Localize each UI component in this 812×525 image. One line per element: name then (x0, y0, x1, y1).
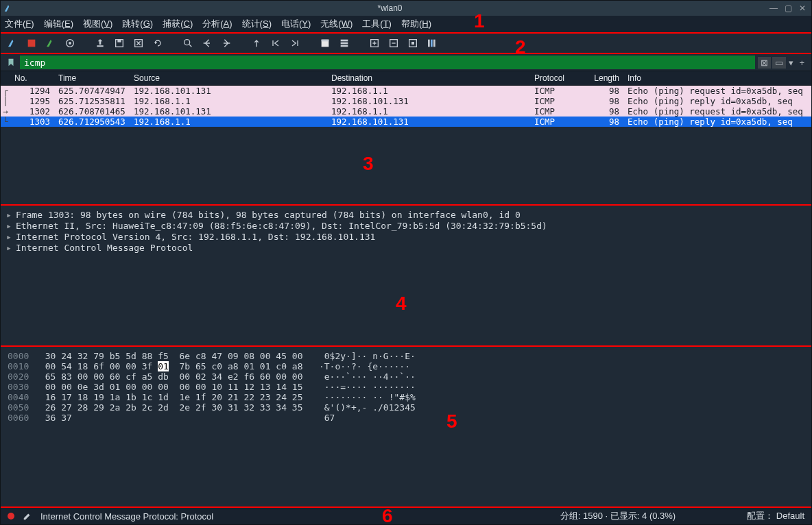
toolbar (1, 34, 811, 53)
expert-info-icon[interactable] (8, 513, 14, 520)
next-icon[interactable] (219, 36, 234, 51)
find-icon[interactable] (180, 36, 195, 51)
status-bar: Internet Control Message Protocol: Proto… (1, 508, 811, 524)
svg-point-2 (69, 42, 71, 45)
resize-cols-icon[interactable] (425, 36, 440, 51)
filter-dropdown-icon[interactable]: ▾ (787, 57, 795, 69)
packet-row[interactable]: └1303626.712950543192.168.1.1192.168.101… (1, 117, 811, 127)
bookmark-icon[interactable] (5, 56, 17, 69)
status-packets: 分组: 1590 · 已显示: 4 (0.3%) (560, 510, 676, 522)
minimize-button[interactable]: — (769, 3, 778, 13)
zoom-in-icon[interactable] (367, 36, 382, 51)
close-button[interactable]: ✕ (799, 3, 806, 13)
packet-row[interactable]: ┌1294625.707474947192.168.101.131192.168… (1, 86, 811, 96)
menu-bar: 文件(F) 编辑(E) 视图(V) 跳转(G) 捕获(C) 分析(A) 统计(S… (1, 16, 811, 32)
packet-details-pane[interactable]: ▸Frame 1303: 98 bytes on wire (784 bits)… (1, 206, 811, 345)
col-source[interactable]: Source (130, 73, 327, 83)
col-info[interactable]: Info (623, 73, 811, 83)
start-capture-icon[interactable] (5, 36, 20, 51)
menu-file[interactable]: 文件(F) (5, 18, 34, 30)
svg-rect-11 (341, 45, 348, 47)
menu-tools[interactable]: 工具(T) (362, 18, 392, 30)
packet-row[interactable]: →1302626.708701465192.168.101.131192.168… (1, 106, 811, 117)
details-row[interactable]: ▸Internet Protocol Version 4, Src: 192.1… (1, 232, 811, 243)
packet-row[interactable]: │1295625.712535811192.168.1.1192.168.101… (1, 96, 811, 106)
col-destination[interactable]: Destination (327, 73, 530, 83)
apply-filter-icon[interactable]: ▭ (772, 57, 786, 69)
svg-point-6 (184, 40, 190, 45)
stop-capture-icon[interactable] (24, 36, 39, 51)
maximize-button[interactable]: ▢ (785, 3, 792, 13)
filter-input[interactable] (20, 56, 755, 69)
add-filter-icon[interactable]: + (796, 57, 807, 69)
clear-filter-icon[interactable]: ⊠ (758, 57, 771, 69)
open-icon[interactable] (93, 36, 108, 51)
packet-list-header: No. Time Source Destination Protocol Len… (1, 71, 811, 86)
restart-capture-icon[interactable] (43, 36, 58, 51)
col-no[interactable]: No. (10, 73, 54, 83)
menu-analyze[interactable]: 分析(A) (202, 18, 232, 30)
zoom-out-icon[interactable] (386, 36, 401, 51)
packet-bytes-pane[interactable]: 0000 30 24 32 79 b5 5d 88 f5 6e c8 47 09… (1, 347, 811, 506)
col-protocol[interactable]: Protocol (530, 73, 580, 83)
details-row[interactable]: ▸Ethernet II, Src: HuaweiTe_c8:47:09 (88… (1, 221, 811, 232)
details-row[interactable]: ▸Internet Control Message Protocol (1, 243, 811, 254)
zoom-reset-icon[interactable] (405, 36, 420, 51)
menu-view[interactable]: 视图(V) (83, 18, 112, 30)
menu-wireless[interactable]: 无线(W) (320, 18, 353, 30)
colorize-icon[interactable] (337, 36, 352, 51)
svg-rect-9 (341, 40, 348, 42)
svg-rect-8 (322, 40, 329, 42)
menu-help[interactable]: 帮助(H) (401, 18, 431, 30)
menu-telephony[interactable]: 电话(Y) (281, 18, 311, 30)
window-title: *wlan0 (16, 3, 764, 13)
jump-icon[interactable] (249, 36, 264, 51)
options-icon[interactable] (62, 36, 77, 51)
svg-rect-16 (428, 40, 430, 47)
app-icon (1, 3, 16, 13)
menu-go[interactable]: 跳转(G) (122, 18, 153, 30)
col-length[interactable]: Length (580, 73, 623, 83)
details-row[interactable]: ▸Frame 1303: 98 bytes on wire (784 bits)… (1, 210, 811, 221)
status-profile[interactable]: 配置： Default (747, 510, 804, 522)
prev-icon[interactable] (200, 36, 215, 51)
close-file-icon[interactable] (131, 36, 146, 51)
menu-edit[interactable]: 编辑(E) (44, 18, 73, 30)
status-left: Internet Control Message Protocol: Proto… (40, 511, 213, 522)
svg-rect-0 (28, 40, 36, 47)
save-icon[interactable] (112, 36, 127, 51)
menu-statistics[interactable]: 统计(S) (242, 18, 272, 30)
reload-icon[interactable] (150, 36, 165, 51)
col-time[interactable]: Time (54, 73, 130, 83)
filter-bar: ⊠ ▭ ▾ + (1, 54, 811, 71)
svg-rect-10 (341, 42, 348, 45)
packet-list-pane[interactable]: ┌1294625.707474947192.168.101.131192.168… (1, 86, 811, 204)
go-last-icon[interactable] (287, 36, 302, 51)
menu-capture[interactable]: 捕获(C) (163, 18, 193, 30)
title-bar: *wlan0 — ▢ ✕ (1, 1, 811, 16)
svg-rect-17 (431, 40, 433, 47)
go-first-icon[interactable] (268, 36, 283, 51)
svg-rect-4 (117, 40, 121, 42)
edit-icon[interactable] (23, 511, 32, 521)
svg-rect-15 (411, 42, 414, 45)
autoscroll-icon[interactable] (318, 36, 333, 51)
svg-rect-18 (433, 40, 435, 47)
